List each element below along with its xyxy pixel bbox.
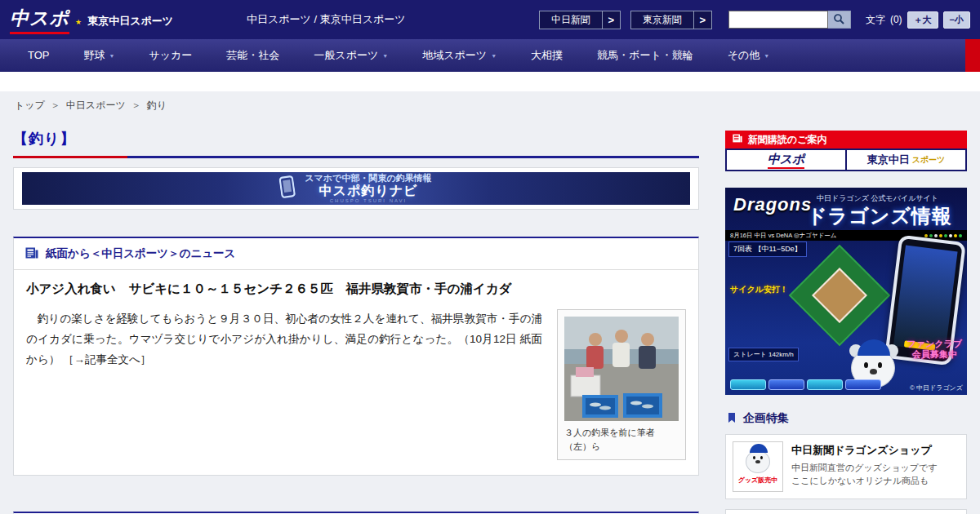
shop-texts: 中日新聞ドラゴンズショップ 中日新聞直営のグッズショップです ここにしかないオリ… — [791, 441, 938, 492]
feature-section-header: 企画特集 — [725, 408, 967, 431]
chuspo-logo: 中スポ — [768, 152, 805, 169]
news-section: 紙面から＜中日スポーツ＞のニュース 小アジ入れ食い サビキに１０～１５センチ２６… — [13, 237, 699, 476]
font-size-label: 文字 — [866, 13, 885, 27]
article-full-link[interactable]: ［→記事全文へ］ — [63, 353, 151, 366]
header-spacer — [0, 72, 980, 91]
banner-line2: 中スポ釣りナビ — [305, 184, 431, 198]
nav-item-regional-sports[interactable]: 地域スポーツ▼ — [405, 39, 514, 72]
dragons-ad-title: ドラゴンズ情報 — [807, 203, 952, 229]
logo-tokyo-chunichi: 東京中日スポーツ — [87, 14, 173, 29]
ad-buttons — [730, 379, 881, 390]
dragons-mobile-ad[interactable]: Dragons 中日ドラゴンズ 公式モバイルサイト ドラゴンズ情報 8月16日 … — [725, 188, 967, 395]
nav-label: 野球 — [84, 39, 105, 72]
site-title: 中日スポーツ / 東京中日スポーツ — [247, 12, 406, 27]
nav-label: サッカー — [149, 39, 192, 72]
chevron-right-icon[interactable]: > — [603, 11, 621, 29]
shop-badge: グッズ販売中 — [738, 476, 778, 485]
search-button[interactable] — [828, 11, 851, 29]
highlight-text: サイクル安打！ — [730, 284, 788, 295]
nav-red-accent — [965, 39, 980, 72]
scoreboard-dots — [924, 234, 962, 237]
nav-label: その他 — [728, 39, 760, 72]
feature-heading: 企画特集 — [743, 411, 789, 426]
bookmark-icon — [727, 412, 737, 426]
news-section-heading: 紙面から＜中日スポーツ＞のニュース — [46, 246, 235, 261]
page-title: 【釣り】 — [13, 129, 699, 148]
font-size-count: (0) — [890, 14, 902, 25]
banner-text: スマホで中部・関東の釣果情報 中スポ釣りナビ CHUSPO TSURI NAVI — [305, 173, 431, 204]
paper-links: 中日新聞 > 東京新聞 > — [539, 11, 712, 29]
search-icon — [833, 13, 844, 27]
fishing-navi-banner[interactable]: スマホで中部・関東の釣果情報 中スポ釣りナビ CHUSPO TSURI NAVI — [13, 167, 699, 210]
dragons-brand-logo: Dragons — [733, 194, 812, 215]
nav-item-entertainment[interactable]: 芸能・社会 — [209, 39, 296, 72]
subscription-banner-label: 新聞購読のご案内 — [748, 133, 827, 147]
doala-mascot-small — [744, 445, 772, 473]
nav-item-racing[interactable]: 競馬・ボート・競輪 — [580, 39, 710, 72]
breadcrumb-home[interactable]: トップ — [15, 99, 45, 113]
fanclub-badge: ファンクラブ 会員募集中 — [906, 339, 962, 361]
sidebar: 新聞購読のご案内 中スポ 東京中日 スポーツ Dragons 中日ドラゴンズ 公… — [725, 117, 967, 514]
search-input[interactable] — [728, 11, 828, 29]
game-info: 8月16日 中日 vs DeNA ◎ナゴヤドーム — [730, 232, 836, 240]
nav-item-other[interactable]: その他▼ — [710, 39, 787, 72]
breadcrumb-current: 釣り — [147, 99, 167, 113]
subscription-box[interactable]: 新聞購読のご案内 中スポ 東京中日 スポーツ — [725, 131, 967, 171]
tokyo-shimbun-label: 東京新聞 — [630, 11, 694, 29]
nav-label: 地域スポーツ — [422, 39, 487, 72]
photo-caption: ３人の釣果を前に筆者（左）ら — [564, 426, 679, 453]
nav-label: 大相撲 — [531, 39, 563, 72]
breadcrumb-chunichi-sports[interactable]: 中日スポーツ — [66, 99, 126, 113]
nav-label: TOP — [28, 39, 50, 72]
tokyo-chunichi-logo-sub: スポーツ — [912, 154, 946, 166]
banner-line1: スマホで中部・関東の釣果情報 — [305, 173, 431, 184]
shop-title[interactable]: 中日新聞ドラゴンズショップ — [791, 443, 938, 459]
chevron-right-icon[interactable]: > — [694, 11, 712, 29]
subscription-logos: 中スポ 東京中日 スポーツ — [725, 148, 967, 171]
fanclub-line1: ファンクラブ — [906, 339, 962, 350]
news-article: 小アジ入れ食い サビキに１０～１５センチ２６５匹 福井県敦賀市・手の浦イカダ — [14, 270, 698, 475]
npb-live-section: プロ野球速報 詳細 ＞ — [725, 509, 967, 514]
nav-item-top[interactable]: TOP — [0, 39, 67, 72]
font-larger-button[interactable]: ＋大 — [907, 11, 938, 29]
shop-description-2: ここにしかないオリジナル商品も — [791, 475, 938, 488]
chuspo-logo-link[interactable]: 中スポ — [725, 148, 847, 171]
tokyo-shimbun-button[interactable]: 東京新聞 > — [630, 11, 712, 29]
tokyo-chunichi-logo-link[interactable]: 東京中日 スポーツ — [847, 148, 967, 171]
dragons-copyright: © 中日ドラゴンズ — [910, 383, 963, 392]
newspaper-icon — [733, 134, 742, 145]
nav-label: 一般スポーツ — [314, 39, 378, 72]
breadcrumb-separator: ＞ — [131, 99, 141, 113]
main-column: 【釣り】 スマホで中部・関東の釣果情報 中スポ釣りナビ CHUSPO TSURI… — [13, 117, 699, 514]
chevron-down-icon: ▼ — [491, 40, 497, 73]
tokyo-chunichi-logo: 東京中日 — [867, 153, 910, 167]
chevron-down-icon: ▼ — [382, 40, 388, 73]
title-rule — [13, 156, 699, 158]
nav-item-sumo[interactable]: 大相撲 — [514, 39, 580, 72]
shop-thumbnail[interactable]: グッズ販売中 — [733, 441, 783, 492]
search-box — [728, 11, 851, 29]
baseball-field-graphic — [789, 245, 890, 346]
nav-item-soccer[interactable]: サッカー — [131, 39, 209, 72]
nav-label: 競馬・ボート・競輪 — [597, 39, 693, 72]
subscription-banner[interactable]: 新聞購読のご案内 — [725, 131, 967, 148]
main-nav: TOP 野球▼ サッカー 芸能・社会 一般スポーツ▼ 地域スポーツ▼ 大相撲 競… — [0, 39, 980, 72]
fanclub-line2: 会員募集中 — [906, 349, 962, 361]
article-photo[interactable] — [564, 317, 679, 421]
banner-line3: CHUSPO TSURI NAVI — [305, 198, 431, 204]
score-label: 【中11−5De】 — [755, 245, 802, 253]
site-logo[interactable]: 中スポ ★ 東京中日スポーツ — [10, 6, 204, 34]
chevron-down-icon: ▼ — [109, 40, 115, 73]
star-icon: ★ — [75, 18, 82, 26]
nav-item-baseball[interactable]: 野球▼ — [67, 39, 132, 72]
banner-inner: スマホで中部・関東の釣果情報 中スポ釣りナビ CHUSPO TSURI NAVI — [22, 172, 690, 205]
nav-label: 芸能・社会 — [226, 39, 279, 72]
breadcrumb-separator: ＞ — [51, 99, 60, 113]
article-title[interactable]: 小アジ入れ食い サビキに１０～１５センチ２６５匹 福井県敦賀市・手の浦イカダ — [26, 281, 686, 298]
chunichi-shimbun-label: 中日新聞 — [539, 11, 603, 29]
nav-item-general-sports[interactable]: 一般スポーツ▼ — [296, 39, 405, 72]
font-smaller-button[interactable]: −小 — [943, 11, 970, 29]
chunichi-shimbun-button[interactable]: 中日新聞 > — [539, 11, 621, 29]
news-section-header: 紙面から＜中日スポーツ＞のニュース — [14, 238, 698, 270]
dragons-shop-item[interactable]: グッズ販売中 中日新聞ドラゴンズショップ 中日新聞直営のグッズショップです ここ… — [725, 434, 967, 499]
